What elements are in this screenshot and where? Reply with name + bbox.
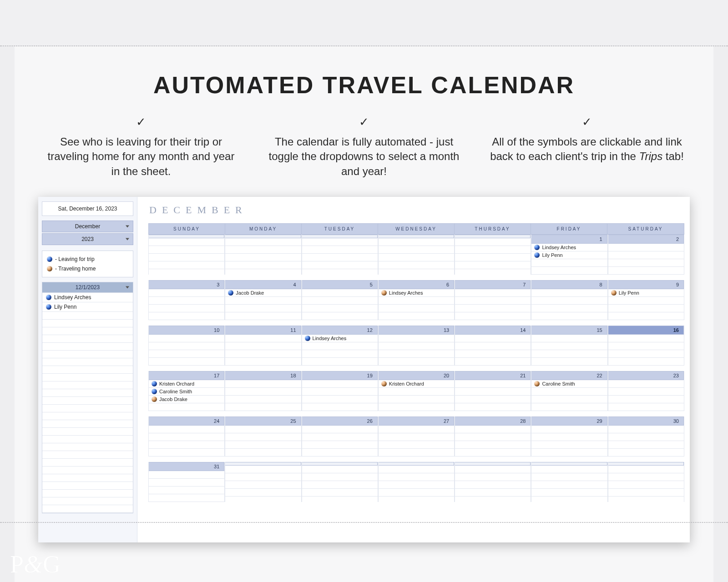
calendar-empty-slot [455, 342, 531, 350]
day-detail-panel: 12/1/2023 Lindsey ArchesLily Penn [42, 282, 133, 513]
calendar-empty-slot [531, 335, 607, 342]
day-number [608, 462, 684, 466]
year-dropdown[interactable]: 2023 [42, 233, 133, 245]
calendar-empty-slot [379, 246, 454, 254]
calendar-empty-slot [531, 403, 607, 411]
day-detail-blank [42, 374, 133, 381]
calendar-event[interactable]: Caroline Smith [531, 380, 607, 388]
calendar-empty-slot [455, 254, 531, 261]
day-number: 5 [302, 280, 378, 289]
event-name: Jacob Drake [159, 396, 187, 402]
day-detail-blank [42, 343, 133, 351]
dow-header: SATURDAY [607, 224, 684, 234]
day-detail-date-dropdown[interactable]: 12/1/2023 [42, 282, 133, 293]
calendar-empty-slot [149, 305, 224, 312]
calendar-empty-slot [225, 396, 301, 403]
calendar-day: 22Caroline Smith [531, 371, 607, 411]
check-icon: ✓ [43, 114, 239, 130]
day-number: 10 [149, 326, 224, 335]
chevron-down-icon [126, 226, 129, 228]
calendar-day: 19 [302, 371, 378, 411]
calendar-event[interactable]: Lily Penn [608, 289, 684, 297]
calendar-event[interactable]: Lindsey Arches [302, 335, 378, 342]
globe-icon [152, 381, 157, 386]
calendar-empty-slot [531, 297, 607, 305]
calendar-day [378, 235, 455, 275]
day-number: 12 [302, 326, 378, 335]
calendar-event[interactable]: Caroline Smith [149, 388, 224, 396]
calendar-empty-slot [608, 396, 684, 403]
day-number [379, 235, 454, 238]
calendar-empty-slot [608, 267, 684, 275]
week-gap [148, 320, 684, 326]
calendar: DECEMBER SUNDAYMONDAYTUESDAYWEDNESDAYTHU… [137, 197, 690, 542]
calendar-event[interactable]: Lily Penn [531, 251, 607, 259]
calendar-empty-slot [225, 342, 301, 350]
calendar-empty-slot [455, 433, 531, 441]
calendar-empty-slot [608, 297, 684, 305]
event-name: Jacob Drake [236, 290, 264, 296]
calendar-day: 17Kristen OrchardCaroline SmithJacob Dra… [148, 371, 225, 411]
calendar-empty-slot [379, 335, 454, 342]
calendar-event[interactable]: Kristen Orchard [379, 380, 454, 388]
calendar-empty-slot [531, 305, 607, 312]
calendar-day [378, 462, 455, 502]
calendar-empty-slot [302, 489, 378, 497]
day-detail-entry[interactable]: Lily Penn [42, 302, 133, 312]
legend-home-text: - Traveling home [55, 264, 96, 273]
calendar-day: 28 [455, 416, 531, 457]
calendar-empty-slot [302, 289, 378, 297]
calendar-empty-slot [302, 396, 378, 403]
calendar-empty-slot [302, 441, 378, 449]
calendar-empty-slot [608, 388, 684, 396]
month-dropdown[interactable]: December [42, 221, 133, 232]
calendar-empty-slot [225, 335, 301, 342]
calendar-day: 21 [455, 371, 531, 411]
calendar-day [148, 235, 225, 275]
calendar-event[interactable]: Lindsey Arches [531, 244, 607, 251]
calendar-day: 30 [608, 416, 684, 457]
calendar-empty-slot [225, 426, 301, 433]
calendar-grid: 1Lindsey ArchesLily Penn234Jacob Drake56… [148, 235, 684, 502]
feature-3: ✓ All of the symbols are clickable and l… [489, 114, 685, 179]
calendar-day: 14 [455, 326, 531, 366]
calendar-empty-slot [379, 342, 454, 350]
day-number: 13 [379, 326, 454, 335]
today-date: Sat, December 16, 2023 [42, 201, 133, 216]
calendar-empty-slot [149, 403, 224, 411]
calendar-day: 7 [455, 280, 531, 320]
day-number: 22 [531, 371, 607, 380]
calendar-week: 101112Lindsey Arches13141516 [148, 326, 684, 366]
calendar-event[interactable]: Kristen Orchard [149, 380, 224, 388]
calendar-empty-slot [608, 305, 684, 312]
day-number: 17 [149, 371, 224, 380]
dow-header: FRIDAY [531, 224, 607, 234]
calendar-screenshot: Sat, December 16, 2023 December 2023 - L… [38, 197, 690, 542]
event-name: Caroline Smith [159, 389, 192, 394]
day-number [455, 462, 531, 466]
slide: AUTOMATED TRAVEL CALENDAR ✓ See who is l… [15, 46, 713, 582]
calendar-empty-slot [225, 466, 301, 473]
calendar-empty-slot [608, 251, 684, 259]
features-row: ✓ See who is leaving for their trip or t… [15, 114, 713, 179]
calendar-event[interactable]: Jacob Drake [149, 396, 224, 403]
calendar-empty-slot [302, 388, 378, 396]
calendar-empty-slot [455, 335, 531, 342]
calendar-empty-slot [531, 489, 607, 497]
home-icon [152, 396, 157, 402]
calendar-empty-slot [149, 441, 224, 449]
calendar-empty-slot [608, 335, 684, 342]
globe-icon [228, 290, 233, 296]
calendar-empty-slot [379, 441, 454, 449]
calendar-empty-slot [379, 305, 454, 312]
calendar-empty-slot [531, 289, 607, 297]
calendar-day [531, 462, 607, 502]
calendar-event[interactable]: Lindsey Arches [379, 289, 454, 297]
calendar-empty-slot [149, 246, 224, 254]
day-number: 9 [608, 280, 684, 289]
calendar-empty-slot [455, 246, 531, 254]
calendar-empty-slot [149, 350, 224, 358]
day-detail-entry[interactable]: Lindsey Arches [42, 293, 133, 302]
calendar-empty-slot [455, 388, 531, 396]
calendar-event[interactable]: Jacob Drake [225, 289, 301, 297]
